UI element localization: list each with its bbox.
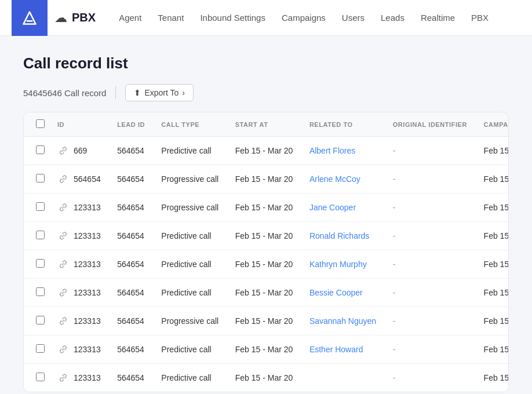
row-checkbox-cell[interactable] <box>24 335 49 364</box>
row-id-cell: 123313 <box>49 279 109 307</box>
row-call-type: Progressive call <box>153 165 227 194</box>
row-related-to[interactable]: Bessie Cooper <box>301 279 385 307</box>
row-checkbox[interactable] <box>36 373 45 381</box>
row-checkbox[interactable] <box>36 287 45 296</box>
row-checkbox[interactable] <box>36 316 45 324</box>
nav-inbound-settings[interactable]: Inbound Settings <box>200 10 265 25</box>
nav-agent[interactable]: Agent <box>119 10 141 25</box>
main-content: Call record list 54645646 Call record ⬆ … <box>0 36 532 394</box>
row-id-cell: 123313 <box>49 250 109 279</box>
row-original-id: - <box>385 137 476 165</box>
table-row: 669 564654 Predictive call Feb 15 - Mar … <box>24 137 509 165</box>
row-related-to[interactable]: Jane Cooper <box>301 194 385 222</box>
cloud-icon: ☁ <box>54 10 67 25</box>
row-checkbox[interactable] <box>36 174 45 183</box>
row-original-id: - <box>385 165 476 194</box>
row-campaign: Feb 15 - Mar 2 <box>476 222 509 250</box>
nav-links: Agent Tenant Inbound Settings Campaigns … <box>119 10 520 25</box>
row-call-type: Progressive call <box>153 307 227 335</box>
row-lead-id: 564654 <box>109 279 153 307</box>
row-checkbox[interactable] <box>36 259 45 268</box>
row-checkbox-cell[interactable] <box>24 364 49 392</box>
nav-realtime[interactable]: Realtime <box>421 10 455 25</box>
col-checkbox <box>24 112 49 137</box>
row-original-id: - <box>385 194 476 222</box>
row-lead-id: 564654 <box>109 307 153 335</box>
row-id: 669 <box>74 146 87 155</box>
row-campaign: Feb 15 - Mar 2 <box>476 165 509 194</box>
col-lead-id: LEAD ID <box>109 112 153 137</box>
row-checkbox-cell[interactable] <box>24 250 49 279</box>
row-original-id: - <box>385 364 476 392</box>
link-icon <box>57 315 69 327</box>
row-related-to[interactable]: Ronald Richards <box>301 222 385 250</box>
call-record-table: ID LEAD ID CALL TYPE START AT RELATED TO… <box>24 112 509 392</box>
row-original-id: - <box>385 335 476 364</box>
nav-users[interactable]: Users <box>342 10 365 25</box>
row-campaign: Feb 15 - Mar 2 <box>476 307 509 335</box>
row-checkbox[interactable] <box>36 231 45 239</box>
row-checkbox-cell[interactable] <box>24 279 49 307</box>
related-to-link[interactable]: Kathryn Murphy <box>309 260 367 269</box>
row-id: 123313 <box>74 316 101 326</box>
related-to-link[interactable]: Bessie Cooper <box>309 288 363 297</box>
row-call-type: Predictive call <box>153 364 227 392</box>
col-campaign: CAMPAIGN/GR <box>476 112 509 137</box>
table-body: 669 564654 Predictive call Feb 15 - Mar … <box>24 137 509 392</box>
related-to-link[interactable]: Savannah Nguyen <box>309 316 376 326</box>
row-checkbox-cell[interactable] <box>24 307 49 335</box>
table-row: 123313 564654 Progressive call Feb 15 - … <box>24 194 509 222</box>
link-icon <box>57 372 69 384</box>
row-start-at: Feb 15 - Mar 20 <box>227 335 301 364</box>
nav-leads[interactable]: Leads <box>381 10 405 25</box>
row-id: 123313 <box>74 231 101 240</box>
page-title: Call record list <box>23 54 509 72</box>
col-related-to: RELATED TO <box>301 112 385 137</box>
link-icon <box>57 145 69 156</box>
table-row: 123313 564654 Predictive call Feb 15 - M… <box>24 364 509 392</box>
col-id: ID <box>49 112 109 137</box>
row-checkbox-cell[interactable] <box>24 137 49 165</box>
related-to-link[interactable]: Jane Cooper <box>309 203 356 212</box>
row-original-id: - <box>385 279 476 307</box>
row-checkbox[interactable] <box>36 344 45 353</box>
nav-pbx[interactable]: PBX <box>471 10 489 25</box>
row-id-cell: 123313 <box>49 194 109 222</box>
row-start-at: Feb 15 - Mar 20 <box>227 137 301 165</box>
row-related-to[interactable]: Savannah Nguyen <box>301 307 385 335</box>
navbar: ☁ PBX Agent Tenant Inbound Settings Camp… <box>0 0 532 36</box>
row-id-cell: 123313 <box>49 222 109 250</box>
record-count: 54645646 Call record <box>23 88 106 98</box>
row-checkbox-cell[interactable] <box>24 194 49 222</box>
row-checkbox[interactable] <box>36 202 45 211</box>
related-to-link[interactable]: Albert Flores <box>309 146 355 155</box>
related-to-link[interactable]: Esther Howard <box>309 345 363 354</box>
table-wrapper: ID LEAD ID CALL TYPE START AT RELATED TO… <box>23 112 509 392</box>
row-checkbox[interactable] <box>36 145 45 154</box>
row-related-to[interactable]: Esther Howard <box>301 335 385 364</box>
row-start-at: Feb 15 - Mar 20 <box>227 279 301 307</box>
row-related-to[interactable]: Kathryn Murphy <box>301 250 385 279</box>
row-call-type: Predictive call <box>153 222 227 250</box>
export-button[interactable]: ⬆ Export To › <box>125 84 194 101</box>
row-lead-id: 564654 <box>109 222 153 250</box>
table-header-row: ID LEAD ID CALL TYPE START AT RELATED TO… <box>24 112 509 137</box>
col-original-id: ORIGINAL IDENTIFIER <box>385 112 476 137</box>
row-related-to[interactable]: Arlene McCoy <box>301 165 385 194</box>
row-checkbox-cell[interactable] <box>24 222 49 250</box>
row-id: 123313 <box>74 203 101 212</box>
related-to-link[interactable]: Ronald Richards <box>309 231 370 240</box>
table-row: 564654 564654 Progressive call Feb 15 - … <box>24 165 509 194</box>
brand: ☁ PBX <box>54 10 96 25</box>
link-icon <box>57 230 69 242</box>
row-checkbox-cell[interactable] <box>24 165 49 194</box>
nav-tenant[interactable]: Tenant <box>158 10 184 25</box>
select-all-checkbox[interactable] <box>36 119 45 128</box>
row-related-to[interactable]: Albert Flores <box>301 137 385 165</box>
link-icon <box>57 287 69 298</box>
nav-campaigns[interactable]: Campaigns <box>282 10 326 25</box>
link-icon <box>57 173 69 185</box>
row-id: 123313 <box>74 260 101 269</box>
table-row: 123313 564654 Predictive call Feb 15 - M… <box>24 279 509 307</box>
related-to-link[interactable]: Arlene McCoy <box>309 174 360 184</box>
